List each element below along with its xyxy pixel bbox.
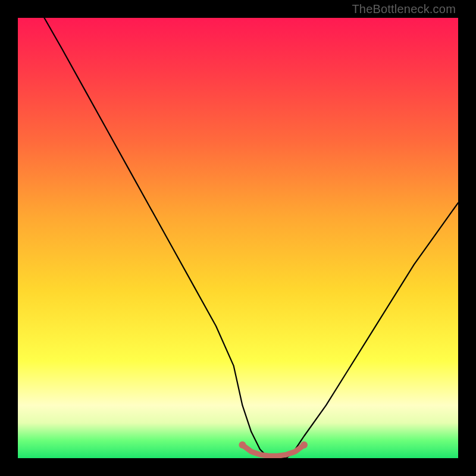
watermark-text: TheBottleneck.com: [352, 2, 456, 16]
chart-svg: [18, 18, 458, 458]
flat-zone-endpoint: [300, 441, 308, 449]
flat-zone-endpoint: [239, 441, 246, 449]
flat-zone-marker: [242, 445, 304, 456]
bottleneck-curve: [44, 18, 458, 458]
chart-frame: [18, 18, 458, 458]
